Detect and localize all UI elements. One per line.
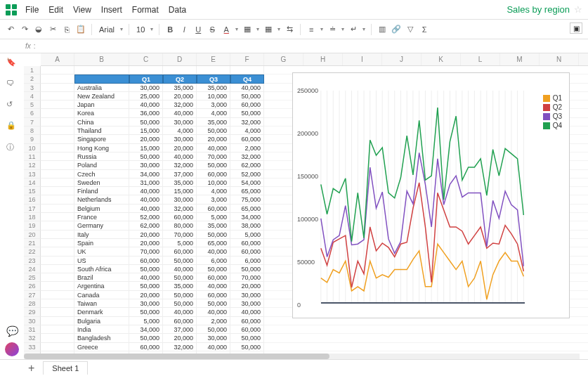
country-cell[interactable]: Belgium: [74, 205, 129, 213]
row-header[interactable]: 7: [24, 118, 41, 127]
row-header[interactable]: 29: [24, 308, 41, 316]
value-cell[interactable]: 50,000: [197, 325, 230, 334]
value-cell[interactable]: 60,000: [163, 247, 197, 256]
value-cell[interactable]: 20,000: [163, 334, 197, 342]
value-cell[interactable]: 50,000: [163, 299, 197, 308]
value-cell[interactable]: 40,000: [197, 282, 230, 290]
country-cell[interactable]: Italy: [74, 231, 129, 239]
sheet-tab-1[interactable]: Sheet 1: [43, 361, 88, 375]
value-cell[interactable]: 40,000: [163, 109, 197, 117]
value-cell[interactable]: 70,000: [197, 153, 230, 161]
row-header[interactable]: 5: [24, 101, 41, 109]
value-cell[interactable]: 50,000: [129, 282, 163, 290]
value-cell[interactable]: 50,000: [163, 273, 197, 282]
value-cell[interactable]: 20,000: [129, 291, 163, 299]
country-cell[interactable]: Sweden: [74, 179, 129, 187]
info-icon[interactable]: ⓘ: [6, 142, 18, 153]
col-header-H[interactable]: H: [303, 53, 343, 65]
value-cell[interactable]: 50,000: [230, 92, 264, 101]
value-cell[interactable]: 32,000: [230, 153, 264, 161]
col-header-A[interactable]: A: [41, 53, 74, 65]
menu-view[interactable]: View: [73, 5, 91, 15]
value-cell[interactable]: 37,000: [163, 325, 197, 334]
value-cell[interactable]: 3,000: [197, 101, 230, 109]
lock-icon[interactable]: 🔒: [6, 121, 18, 132]
value-cell[interactable]: 15,000: [129, 127, 163, 135]
value-cell[interactable]: 30,000: [129, 161, 163, 169]
country-cell[interactable]: Denmark: [74, 308, 129, 316]
value-cell[interactable]: 65,000: [197, 239, 230, 247]
align-icon[interactable]: ≡: [306, 25, 316, 34]
value-cell[interactable]: 60,000: [197, 291, 230, 299]
country-cell[interactable]: Bulgaria: [74, 317, 129, 325]
value-cell[interactable]: 40,000: [230, 308, 264, 316]
value-cell[interactable]: 34,000: [230, 213, 264, 221]
col-header-M[interactable]: M: [500, 53, 540, 65]
value-cell[interactable]: 20,000: [197, 135, 230, 143]
col-header-D[interactable]: D: [163, 53, 197, 65]
value-cell[interactable]: 3,000: [197, 195, 230, 204]
value-cell[interactable]: 6,000: [230, 257, 264, 265]
row-header[interactable]: 24: [24, 265, 41, 273]
value-cell[interactable]: 50,000: [197, 265, 230, 273]
country-cell[interactable]: Finland: [74, 187, 129, 195]
value-cell[interactable]: 65,000: [230, 205, 264, 213]
row-header[interactable]: 18: [24, 213, 41, 221]
row-header[interactable]: 6: [24, 109, 41, 117]
text-color-icon[interactable]: A: [221, 25, 231, 34]
value-cell[interactable]: 52,000: [230, 170, 264, 179]
value-cell[interactable]: 25,000: [129, 92, 163, 101]
country-cell[interactable]: India: [74, 325, 129, 334]
value-cell[interactable]: 30,000: [163, 135, 197, 143]
row-header[interactable]: 25: [24, 273, 41, 282]
value-cell[interactable]: 60,000: [230, 101, 264, 109]
row-header[interactable]: 17: [24, 205, 41, 213]
value-cell[interactable]: 4,000: [230, 127, 264, 135]
country-cell[interactable]: US: [74, 257, 129, 265]
value-cell[interactable]: 30,000: [197, 334, 230, 342]
value-cell[interactable]: 38,000: [230, 221, 264, 230]
value-cell[interactable]: 60,000: [230, 135, 264, 143]
country-cell[interactable]: Australia: [74, 84, 129, 92]
font-size-select[interactable]: 10: [135, 25, 146, 34]
country-cell[interactable]: Taiwan: [74, 299, 129, 308]
value-cell[interactable]: 40,000: [163, 153, 197, 161]
country-cell[interactable]: UK: [74, 247, 129, 256]
value-cell[interactable]: 35,000: [163, 179, 197, 187]
country-cell[interactable]: New Zealand: [74, 92, 129, 101]
col-header-G[interactable]: G: [264, 53, 303, 65]
value-cell[interactable]: 32,000: [163, 205, 197, 213]
value-cell[interactable]: 40,000: [197, 247, 230, 256]
history-icon[interactable]: ↺: [6, 100, 18, 111]
value-cell[interactable]: 40,000: [163, 265, 197, 273]
value-cell[interactable]: 50,000: [197, 299, 230, 308]
value-cell[interactable]: 4,000: [197, 187, 230, 195]
value-cell[interactable]: 30,000: [163, 118, 197, 127]
undo-icon[interactable]: ↶: [6, 25, 15, 34]
country-cell[interactable]: South Africa: [74, 265, 129, 273]
value-cell[interactable]: 2,000: [230, 144, 264, 153]
formula-bar[interactable]: fx:: [0, 39, 588, 53]
country-cell[interactable]: China: [74, 118, 129, 127]
menu-edit[interactable]: Edit: [48, 5, 63, 15]
value-cell[interactable]: 75,000: [230, 195, 264, 204]
value-cell[interactable]: 60,000: [163, 317, 197, 325]
link-icon[interactable]: 🔗: [391, 25, 401, 34]
strike-icon[interactable]: S: [207, 25, 217, 34]
value-cell[interactable]: 20,000: [129, 239, 163, 247]
value-cell[interactable]: 4,000: [163, 127, 197, 135]
col-header-E[interactable]: E: [197, 53, 230, 65]
country-cell[interactable]: Poland: [74, 161, 129, 169]
value-cell[interactable]: 50,000: [197, 127, 230, 135]
country-cell[interactable]: Russia: [74, 153, 129, 161]
menu-insert[interactable]: Insert: [101, 5, 122, 15]
add-sheet-button[interactable]: +: [24, 362, 39, 375]
font-select[interactable]: Arial: [98, 25, 116, 34]
value-cell[interactable]: 10,000: [197, 179, 230, 187]
value-cell[interactable]: 34,000: [129, 170, 163, 179]
value-cell[interactable]: 50,000: [230, 343, 264, 351]
value-cell[interactable]: 60,000: [197, 273, 230, 282]
row-header[interactable]: 3: [24, 84, 41, 92]
value-cell[interactable]: 15,000: [129, 144, 163, 153]
wrap-icon[interactable]: ↵: [348, 25, 358, 34]
